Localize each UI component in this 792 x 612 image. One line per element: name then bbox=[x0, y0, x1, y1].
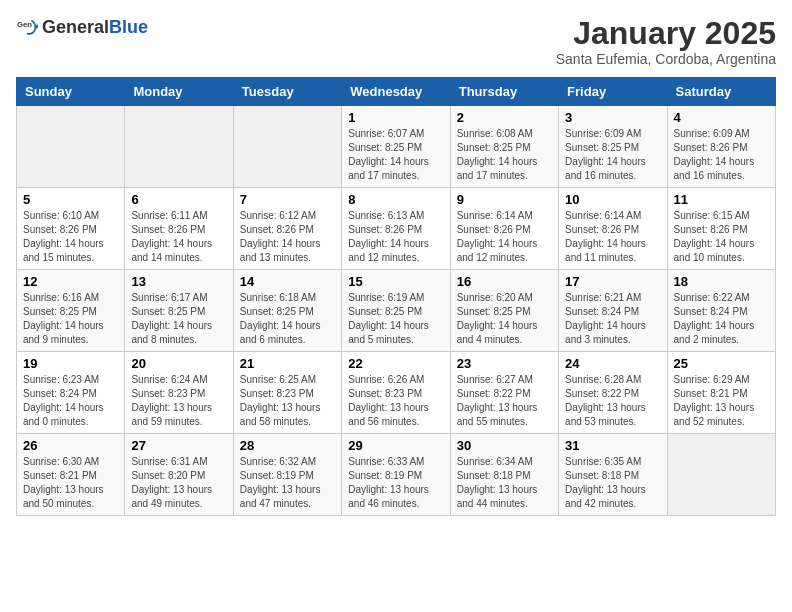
col-friday: Friday bbox=[559, 78, 667, 106]
week-row-2: 5 Sunrise: 6:10 AM Sunset: 8:26 PM Dayli… bbox=[17, 188, 776, 270]
day-info: Sunrise: 6:07 AM Sunset: 8:25 PM Dayligh… bbox=[348, 127, 443, 183]
day-info: Sunrise: 6:26 AM Sunset: 8:23 PM Dayligh… bbox=[348, 373, 443, 429]
location-subtitle: Santa Eufemia, Cordoba, Argentina bbox=[556, 51, 776, 67]
day-number: 30 bbox=[457, 438, 552, 453]
calendar-cell bbox=[233, 106, 341, 188]
calendar-cell: 5 Sunrise: 6:10 AM Sunset: 8:26 PM Dayli… bbox=[17, 188, 125, 270]
day-info: Sunrise: 6:19 AM Sunset: 8:25 PM Dayligh… bbox=[348, 291, 443, 347]
calendar-cell: 21 Sunrise: 6:25 AM Sunset: 8:23 PM Dayl… bbox=[233, 352, 341, 434]
day-info: Sunrise: 6:08 AM Sunset: 8:25 PM Dayligh… bbox=[457, 127, 552, 183]
day-info: Sunrise: 6:23 AM Sunset: 8:24 PM Dayligh… bbox=[23, 373, 118, 429]
col-wednesday: Wednesday bbox=[342, 78, 450, 106]
day-info: Sunrise: 6:27 AM Sunset: 8:22 PM Dayligh… bbox=[457, 373, 552, 429]
day-info: Sunrise: 6:35 AM Sunset: 8:18 PM Dayligh… bbox=[565, 455, 660, 511]
calendar-cell: 22 Sunrise: 6:26 AM Sunset: 8:23 PM Dayl… bbox=[342, 352, 450, 434]
day-number: 14 bbox=[240, 274, 335, 289]
day-info: Sunrise: 6:14 AM Sunset: 8:26 PM Dayligh… bbox=[457, 209, 552, 265]
calendar-cell: 3 Sunrise: 6:09 AM Sunset: 8:25 PM Dayli… bbox=[559, 106, 667, 188]
day-info: Sunrise: 6:30 AM Sunset: 8:21 PM Dayligh… bbox=[23, 455, 118, 511]
day-number: 29 bbox=[348, 438, 443, 453]
day-info: Sunrise: 6:14 AM Sunset: 8:26 PM Dayligh… bbox=[565, 209, 660, 265]
calendar-cell: 26 Sunrise: 6:30 AM Sunset: 8:21 PM Dayl… bbox=[17, 434, 125, 516]
calendar-cell: 1 Sunrise: 6:07 AM Sunset: 8:25 PM Dayli… bbox=[342, 106, 450, 188]
calendar-cell: 9 Sunrise: 6:14 AM Sunset: 8:26 PM Dayli… bbox=[450, 188, 558, 270]
day-number: 4 bbox=[674, 110, 769, 125]
day-info: Sunrise: 6:21 AM Sunset: 8:24 PM Dayligh… bbox=[565, 291, 660, 347]
day-info: Sunrise: 6:34 AM Sunset: 8:18 PM Dayligh… bbox=[457, 455, 552, 511]
day-number: 18 bbox=[674, 274, 769, 289]
week-row-5: 26 Sunrise: 6:30 AM Sunset: 8:21 PM Dayl… bbox=[17, 434, 776, 516]
col-thursday: Thursday bbox=[450, 78, 558, 106]
calendar-cell: 2 Sunrise: 6:08 AM Sunset: 8:25 PM Dayli… bbox=[450, 106, 558, 188]
day-number: 8 bbox=[348, 192, 443, 207]
calendar-cell: 29 Sunrise: 6:33 AM Sunset: 8:19 PM Dayl… bbox=[342, 434, 450, 516]
calendar-cell: 10 Sunrise: 6:14 AM Sunset: 8:26 PM Dayl… bbox=[559, 188, 667, 270]
day-number: 15 bbox=[348, 274, 443, 289]
calendar-cell: 23 Sunrise: 6:27 AM Sunset: 8:22 PM Dayl… bbox=[450, 352, 558, 434]
calendar-cell: 12 Sunrise: 6:16 AM Sunset: 8:25 PM Dayl… bbox=[17, 270, 125, 352]
calendar-cell: 24 Sunrise: 6:28 AM Sunset: 8:22 PM Dayl… bbox=[559, 352, 667, 434]
day-number: 28 bbox=[240, 438, 335, 453]
day-info: Sunrise: 6:28 AM Sunset: 8:22 PM Dayligh… bbox=[565, 373, 660, 429]
calendar-cell bbox=[17, 106, 125, 188]
day-info: Sunrise: 6:10 AM Sunset: 8:26 PM Dayligh… bbox=[23, 209, 118, 265]
col-monday: Monday bbox=[125, 78, 233, 106]
day-info: Sunrise: 6:22 AM Sunset: 8:24 PM Dayligh… bbox=[674, 291, 769, 347]
day-info: Sunrise: 6:15 AM Sunset: 8:26 PM Dayligh… bbox=[674, 209, 769, 265]
day-number: 26 bbox=[23, 438, 118, 453]
calendar-cell: 18 Sunrise: 6:22 AM Sunset: 8:24 PM Dayl… bbox=[667, 270, 775, 352]
day-info: Sunrise: 6:25 AM Sunset: 8:23 PM Dayligh… bbox=[240, 373, 335, 429]
calendar-cell: 15 Sunrise: 6:19 AM Sunset: 8:25 PM Dayl… bbox=[342, 270, 450, 352]
calendar-cell: 13 Sunrise: 6:17 AM Sunset: 8:25 PM Dayl… bbox=[125, 270, 233, 352]
col-saturday: Saturday bbox=[667, 78, 775, 106]
day-info: Sunrise: 6:13 AM Sunset: 8:26 PM Dayligh… bbox=[348, 209, 443, 265]
calendar-cell: 31 Sunrise: 6:35 AM Sunset: 8:18 PM Dayl… bbox=[559, 434, 667, 516]
day-info: Sunrise: 6:11 AM Sunset: 8:26 PM Dayligh… bbox=[131, 209, 226, 265]
month-title: January 2025 bbox=[556, 16, 776, 51]
day-number: 19 bbox=[23, 356, 118, 371]
calendar-cell: 30 Sunrise: 6:34 AM Sunset: 8:18 PM Dayl… bbox=[450, 434, 558, 516]
day-number: 3 bbox=[565, 110, 660, 125]
day-number: 5 bbox=[23, 192, 118, 207]
day-info: Sunrise: 6:29 AM Sunset: 8:21 PM Dayligh… bbox=[674, 373, 769, 429]
logo-icon: Gen bbox=[16, 16, 38, 38]
logo: Gen GeneralBlue bbox=[16, 16, 148, 38]
calendar-cell: 19 Sunrise: 6:23 AM Sunset: 8:24 PM Dayl… bbox=[17, 352, 125, 434]
day-number: 21 bbox=[240, 356, 335, 371]
calendar-cell: 17 Sunrise: 6:21 AM Sunset: 8:24 PM Dayl… bbox=[559, 270, 667, 352]
calendar-cell: 6 Sunrise: 6:11 AM Sunset: 8:26 PM Dayli… bbox=[125, 188, 233, 270]
day-info: Sunrise: 6:09 AM Sunset: 8:26 PM Dayligh… bbox=[674, 127, 769, 183]
logo-general-text: GeneralBlue bbox=[42, 18, 148, 37]
day-number: 23 bbox=[457, 356, 552, 371]
day-number: 27 bbox=[131, 438, 226, 453]
day-info: Sunrise: 6:12 AM Sunset: 8:26 PM Dayligh… bbox=[240, 209, 335, 265]
day-info: Sunrise: 6:09 AM Sunset: 8:25 PM Dayligh… bbox=[565, 127, 660, 183]
day-number: 13 bbox=[131, 274, 226, 289]
week-row-3: 12 Sunrise: 6:16 AM Sunset: 8:25 PM Dayl… bbox=[17, 270, 776, 352]
col-sunday: Sunday bbox=[17, 78, 125, 106]
day-info: Sunrise: 6:31 AM Sunset: 8:20 PM Dayligh… bbox=[131, 455, 226, 511]
calendar-cell bbox=[125, 106, 233, 188]
calendar-cell: 27 Sunrise: 6:31 AM Sunset: 8:20 PM Dayl… bbox=[125, 434, 233, 516]
page-header: Gen GeneralBlue January 2025 Santa Eufem… bbox=[16, 16, 776, 67]
title-block: January 2025 Santa Eufemia, Cordoba, Arg… bbox=[556, 16, 776, 67]
day-number: 10 bbox=[565, 192, 660, 207]
week-row-1: 1 Sunrise: 6:07 AM Sunset: 8:25 PM Dayli… bbox=[17, 106, 776, 188]
day-number: 6 bbox=[131, 192, 226, 207]
day-number: 16 bbox=[457, 274, 552, 289]
svg-text:Gen: Gen bbox=[17, 20, 32, 29]
day-number: 22 bbox=[348, 356, 443, 371]
day-number: 17 bbox=[565, 274, 660, 289]
day-number: 12 bbox=[23, 274, 118, 289]
day-info: Sunrise: 6:18 AM Sunset: 8:25 PM Dayligh… bbox=[240, 291, 335, 347]
calendar-cell: 25 Sunrise: 6:29 AM Sunset: 8:21 PM Dayl… bbox=[667, 352, 775, 434]
calendar-cell: 14 Sunrise: 6:18 AM Sunset: 8:25 PM Dayl… bbox=[233, 270, 341, 352]
day-number: 7 bbox=[240, 192, 335, 207]
day-number: 2 bbox=[457, 110, 552, 125]
day-info: Sunrise: 6:33 AM Sunset: 8:19 PM Dayligh… bbox=[348, 455, 443, 511]
day-info: Sunrise: 6:16 AM Sunset: 8:25 PM Dayligh… bbox=[23, 291, 118, 347]
calendar-cell: 4 Sunrise: 6:09 AM Sunset: 8:26 PM Dayli… bbox=[667, 106, 775, 188]
calendar-cell: 20 Sunrise: 6:24 AM Sunset: 8:23 PM Dayl… bbox=[125, 352, 233, 434]
day-number: 25 bbox=[674, 356, 769, 371]
calendar-header-row: Sunday Monday Tuesday Wednesday Thursday… bbox=[17, 78, 776, 106]
